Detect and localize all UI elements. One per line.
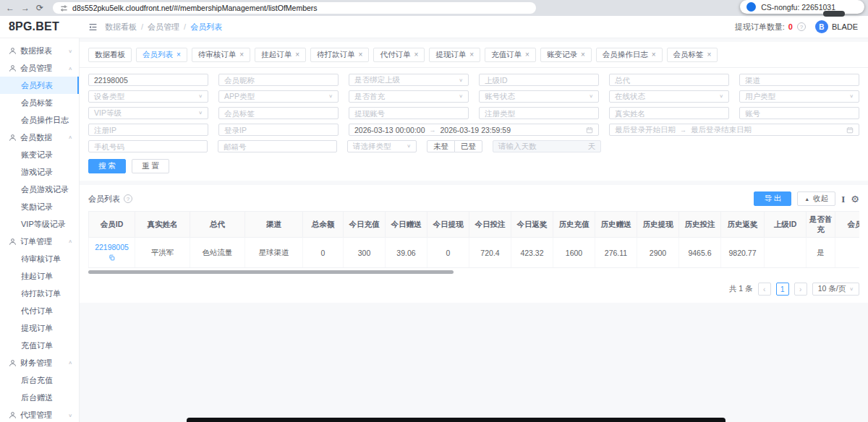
sidebar-item-member-op-log[interactable]: 会员操作日志 <box>0 111 79 129</box>
last-login-date-range[interactable]: 最后登录开始日期 → 最后登录结束日期 <box>609 124 859 136</box>
reload-icon[interactable]: ⟳ <box>36 4 43 12</box>
reset-button[interactable]: 重 置 <box>132 159 169 173</box>
email-input[interactable] <box>218 140 337 152</box>
forward-icon[interactable]: → <box>21 4 30 12</box>
phone-input[interactable] <box>88 140 208 152</box>
close-icon[interactable]: × <box>652 51 656 59</box>
logged-button[interactable]: 已登 <box>454 140 482 152</box>
sidebar-item-backend-deposit[interactable]: 后台充值 <box>0 371 79 389</box>
close-icon[interactable]: × <box>239 51 244 59</box>
breadcrumb-item[interactable]: 数据看板 <box>105 22 137 33</box>
tab-deposit-orders[interactable]: 充值订单× <box>485 48 536 62</box>
sidebar-group-data-reports[interactable]: 数据报表 ∨ <box>0 42 79 59</box>
horizontal-scrollbar[interactable] <box>88 270 454 274</box>
gear-icon[interactable]: ⚙ <box>851 194 859 204</box>
page-size-select[interactable]: 10 条/页 ∨ <box>812 283 859 296</box>
sidebar-item-label: 后台赠送 <box>21 392 53 403</box>
parent-id-input[interactable] <box>479 74 599 86</box>
channel-input[interactable] <box>739 74 859 86</box>
sidebar-group-member-data[interactable]: 会员数据 ∧ <box>0 129 79 146</box>
app-type-select[interactable]: APP类型∨ <box>218 90 339 103</box>
username[interactable]: BLADE <box>832 22 858 31</box>
tab-member-list[interactable]: 会员列表× <box>136 48 187 62</box>
tab-member-op-log[interactable]: 会员操作日志× <box>596 48 663 62</box>
account-status-select[interactable]: 账号状态∨ <box>479 90 599 103</box>
row-height-icon[interactable]: I <box>841 194 845 204</box>
close-icon[interactable]: × <box>414 51 418 59</box>
table-cell: 平洪军 <box>135 238 190 268</box>
sidebar-item-member-game-records[interactable]: 会员游戏记录 <box>0 181 79 198</box>
search-button[interactable]: 搜 索 <box>88 159 126 173</box>
sidebar-group-member-management[interactable]: 会员管理 ∧ <box>0 59 79 77</box>
avatar[interactable]: B <box>815 20 828 33</box>
sidebar-item-suspended-orders[interactable]: 挂起订单 <box>0 267 79 285</box>
sidebar-item-reward-records[interactable]: 奖励记录 <box>0 198 79 215</box>
help-icon[interactable]: ? <box>797 22 806 31</box>
vip-level-select[interactable]: VIP等级∨ <box>88 107 208 119</box>
sidebar-item-pending-payment-orders[interactable]: 待打款订单 <box>0 285 79 302</box>
close-icon[interactable]: × <box>295 51 299 59</box>
sidebar-group-finance-management[interactable]: 财务管理 ∧ <box>0 354 79 371</box>
online-status-select[interactable]: 在线状态∨ <box>609 90 729 103</box>
export-button[interactable]: 导 出 <box>754 191 791 206</box>
close-icon[interactable]: × <box>525 51 529 59</box>
copy-icon[interactable] <box>109 254 115 262</box>
login-ip-input[interactable] <box>218 124 339 136</box>
sidebar-item-member-list[interactable]: 会员列表 <box>0 77 79 94</box>
sidebar-item-member-tags[interactable]: 会员标签 <box>0 94 79 111</box>
member-tag-input[interactable] <box>218 107 339 119</box>
tab-withdraw-orders[interactable]: 提现订单× <box>429 48 480 62</box>
close-icon[interactable]: × <box>359 51 363 59</box>
tab-dashboard[interactable]: 数据看板 <box>88 48 132 62</box>
tab-pending-payment-orders[interactable]: 待打款订单× <box>310 48 369 62</box>
sidebar-group-order-management[interactable]: 订单管理 ∧ <box>0 233 79 250</box>
sidebar-item-deposit-orders[interactable]: 充值订单 <box>0 337 79 354</box>
tab-pending-review-orders[interactable]: 待审核订单× <box>192 48 250 62</box>
collapse-button[interactable]: ▲ 收起 <box>797 191 835 206</box>
nickname-input[interactable] <box>218 74 339 86</box>
sidebar-item-withdraw-orders[interactable]: 提现订单 <box>0 319 79 337</box>
sidebar-item-balance-records[interactable]: 账变记录 <box>0 146 79 163</box>
help-icon[interactable]: ? <box>124 194 132 203</box>
tab-suspended-orders[interactable]: 挂起订单× <box>255 48 306 62</box>
tab-member-tags[interactable]: 会员标签× <box>667 48 718 62</box>
member-id-input[interactable] <box>88 74 208 86</box>
notification-bubble[interactable]: CS-nongfu: 22651031 <box>740 0 864 14</box>
prev-page-button[interactable]: ‹ <box>758 283 771 296</box>
breadcrumb-item[interactable]: 会员管理 <box>148 22 179 33</box>
person-icon <box>9 411 17 419</box>
real-name-input[interactable] <box>609 107 729 119</box>
next-page-button[interactable]: › <box>794 283 807 296</box>
address-bar[interactable]: d8s552pku5elk.cloudfront.net/#/membershi… <box>53 2 536 14</box>
current-page-button[interactable]: 1 <box>776 283 789 296</box>
not-logged-button[interactable]: 未登 <box>427 140 455 152</box>
back-icon[interactable]: ← <box>6 4 14 12</box>
tab-balance-records[interactable]: 账变记录× <box>540 48 592 62</box>
sidebar-item-agent-pay-orders[interactable]: 代付订单 <box>0 302 79 319</box>
sidebar-item-backend-gift[interactable]: 后台赠送 <box>0 389 79 406</box>
site-settings-icon[interactable] <box>60 4 68 12</box>
close-icon[interactable]: × <box>707 51 712 59</box>
sidebar-item-vip-level-records[interactable]: VIP等级记录 <box>0 215 79 233</box>
user-type-select[interactable]: 用户类型∨ <box>739 90 859 103</box>
account-input[interactable] <box>739 107 859 119</box>
register-ip-input[interactable] <box>88 124 208 136</box>
sidebar-item-game-records[interactable]: 游戏记录 <box>0 163 79 181</box>
first-charge-select[interactable]: 是否首充∨ <box>349 90 469 103</box>
bind-parent-select[interactable]: 是否绑定上级∨ <box>349 74 469 86</box>
sidebar-fold-icon[interactable] <box>88 22 98 32</box>
device-type-select[interactable]: 设备类型∨ <box>88 90 208 103</box>
agent-input[interactable] <box>609 74 729 86</box>
register-date-range[interactable]: 2026-03-13 00:00:00 → 2026-03-19 23:59:5… <box>349 124 599 136</box>
close-icon[interactable]: × <box>469 51 474 59</box>
withdraw-account-input[interactable] <box>349 107 469 119</box>
register-type-input[interactable] <box>479 107 599 119</box>
type-select[interactable]: 请选择类型∨ <box>347 140 417 152</box>
sidebar-item-pending-review-orders[interactable]: 待审核订单 <box>0 250 79 267</box>
member-id-link[interactable]: 22198005 <box>90 243 133 253</box>
close-icon[interactable]: × <box>581 51 585 59</box>
sidebar-group-agent-management[interactable]: 代理管理 ∨ <box>0 406 79 422</box>
close-icon[interactable]: × <box>176 51 181 59</box>
tab-agent-pay-orders[interactable]: 代付订单× <box>373 48 425 62</box>
days-input[interactable]: 请输入天数 天 <box>493 140 601 152</box>
